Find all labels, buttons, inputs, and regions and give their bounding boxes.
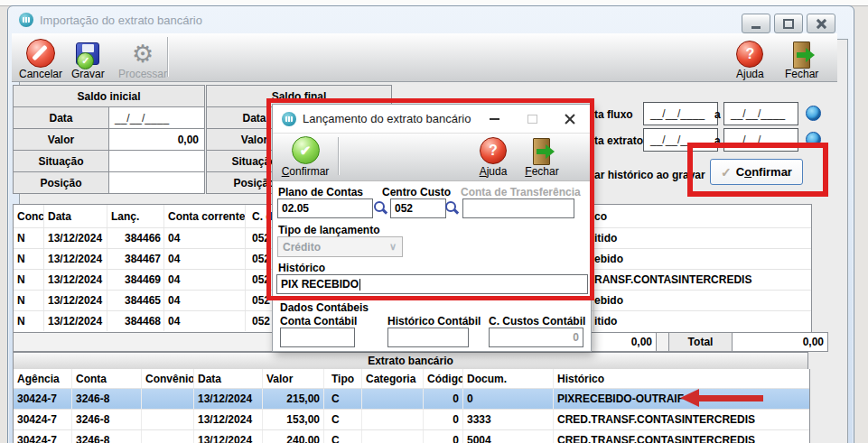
save-icon bbox=[75, 42, 100, 68]
totals-value-right: 0,00 bbox=[733, 333, 827, 351]
extrato-section-title: Extrato bancário bbox=[13, 352, 808, 370]
conta-contabil-label: Conta Contábil bbox=[280, 315, 357, 328]
fluxo-start-date-input[interactable]: __/__/____ bbox=[643, 102, 718, 125]
save-label: Gravar bbox=[71, 69, 105, 80]
toolbar-separator bbox=[167, 37, 168, 77]
col-header-historico[interactable]: Histórico bbox=[554, 369, 809, 388]
saldo-inicial-row-situacao: Situação bbox=[14, 150, 204, 171]
custos-contabil-input[interactable]: 0 bbox=[489, 328, 583, 347]
save-button[interactable]: Gravar bbox=[68, 35, 108, 82]
plano-search-icon[interactable] bbox=[374, 201, 387, 215]
confirm-button[interactable]: Confirmar bbox=[710, 159, 803, 185]
col-header-codigo[interactable]: Código bbox=[424, 369, 463, 388]
help-label: Ajuda bbox=[480, 165, 508, 178]
centro-search-icon[interactable] bbox=[445, 201, 459, 215]
maximize-button[interactable] bbox=[774, 14, 803, 33]
modal-toolbar: Confirmar Ajuda Fechar bbox=[273, 133, 591, 181]
col-header-agencia[interactable]: Agência bbox=[14, 369, 72, 388]
main-toolbar: Cancelar Gravar Processar Ajuda Fechar bbox=[12, 33, 837, 82]
tipo-lancamento-select: Crédito bbox=[277, 236, 403, 257]
field-label: Posição bbox=[14, 172, 109, 193]
col-header-lanc[interactable]: Lanç. bbox=[107, 205, 164, 227]
exit-door-icon bbox=[530, 138, 554, 164]
help-label: Ajuda bbox=[736, 69, 764, 80]
range-separator: a bbox=[714, 134, 721, 147]
data-extrato-label: ta extrato bbox=[594, 134, 643, 147]
close-icon bbox=[817, 19, 826, 29]
saldo-inicial-title: Saldo inicial bbox=[14, 86, 204, 106]
valor-field[interactable]: 0,00 bbox=[109, 129, 204, 150]
caption-buttons bbox=[742, 14, 835, 33]
modal-close-button[interactable] bbox=[558, 110, 582, 128]
main-titlebar: Importação do extrato bancário bbox=[19, 13, 202, 27]
centro-custo-input[interactable]: 052 bbox=[390, 198, 446, 218]
exit-label: Fechar bbox=[525, 165, 558, 178]
cancel-icon bbox=[26, 39, 55, 68]
extrato-table: Agência Conta Convênio Data Valor Tipo C… bbox=[13, 369, 810, 443]
saldo-inicial-row-data: Data __/__/____ bbox=[14, 106, 204, 128]
data-field[interactable]: __/__/____ bbox=[109, 107, 204, 128]
fluxo-refresh-icon[interactable] bbox=[806, 106, 821, 121]
process-button: Processar bbox=[115, 35, 171, 82]
conta-transferencia-input[interactable] bbox=[462, 198, 574, 218]
data-fluxo-label: ta fluxo bbox=[594, 108, 633, 121]
table-row[interactable]: 30424-73246-8 13/12/2024 153,00C 0 3333C… bbox=[14, 409, 809, 429]
col-header-data[interactable]: Data bbox=[44, 205, 107, 227]
col-header-convenio[interactable]: Convênio bbox=[142, 369, 194, 388]
saldo-inicial-row-posicao: Posição bbox=[14, 171, 204, 193]
minimize-icon bbox=[751, 26, 761, 29]
help-button[interactable]: Ajuda bbox=[733, 35, 768, 82]
alterar-historico-checkbox-label[interactable]: ar histórico ao gravar bbox=[594, 169, 705, 181]
modal-confirm-button[interactable]: Confirmar bbox=[277, 135, 333, 178]
table-row-selected[interactable]: 30424-73246-8 13/12/2024 215,00C 0 0PIXR… bbox=[14, 388, 809, 409]
table-row[interactable]: 30424-73246-8 13/12/2024 240,00C 0 5004C… bbox=[14, 429, 809, 443]
chevron-down-icon bbox=[389, 241, 397, 253]
lancamento-modal: Lançamento do extrato bancário Confirmar… bbox=[272, 104, 592, 352]
toolbar-separator bbox=[338, 137, 339, 175]
cancel-button[interactable]: Cancelar bbox=[15, 35, 66, 82]
help-icon bbox=[736, 41, 763, 68]
col-header-categoria[interactable]: Categoria bbox=[362, 369, 424, 388]
extrato-end-date-input[interactable]: __/__/____ bbox=[723, 128, 798, 152]
col-header-conta[interactable]: Conta bbox=[72, 369, 142, 388]
field-label: Valor bbox=[14, 129, 109, 150]
historico-input[interactable]: PIX RECEBIDO bbox=[276, 274, 588, 294]
col-header-docum[interactable]: Docum. bbox=[463, 369, 554, 388]
modal-exit-button[interactable]: Fechar bbox=[518, 135, 565, 178]
col-header-valor[interactable]: Valor bbox=[263, 369, 324, 388]
totals-label: Total bbox=[669, 333, 733, 351]
col-header-data[interactable]: Data bbox=[194, 369, 263, 388]
range-separator: a bbox=[714, 108, 721, 121]
conta-transferencia-label: Conta de Transferência bbox=[461, 186, 581, 198]
fluxo-end-date-input[interactable]: __/__/____ bbox=[723, 102, 798, 125]
minimize-icon bbox=[490, 118, 499, 120]
col-header-tipo[interactable]: Tipo bbox=[324, 369, 362, 388]
historico-contabil-label: Histórico Contábil bbox=[387, 315, 481, 328]
col-header-conc[interactable]: Conc. bbox=[14, 205, 44, 227]
plano-de-contas-input[interactable]: 02.05 bbox=[277, 198, 373, 218]
exit-label: Fechar bbox=[785, 69, 818, 80]
modal-minimize-button[interactable] bbox=[482, 110, 506, 128]
extrato-refresh-icon[interactable] bbox=[806, 132, 821, 147]
modal-maximize-button[interactable] bbox=[520, 110, 544, 128]
maximize-icon bbox=[783, 19, 794, 29]
screen: Importação do extrato bancário Cancelar … bbox=[0, 0, 868, 443]
historico-contabil-input[interactable] bbox=[387, 328, 469, 347]
exit-button[interactable]: Fechar bbox=[781, 35, 822, 82]
saldo-inicial-panel: Saldo inicial Data __/__/____ Valor 0,00… bbox=[13, 85, 205, 194]
situacao-field[interactable] bbox=[109, 151, 204, 171]
text-caret bbox=[359, 279, 360, 291]
app-icon bbox=[19, 13, 33, 27]
col-header-historico-fragment[interactable]: co bbox=[594, 205, 811, 227]
process-label: Processar bbox=[118, 69, 167, 80]
col-header-conta-corrente[interactable]: Conta corrente bbox=[164, 205, 246, 227]
extrato-start-date-input[interactable]: __/__/____ bbox=[643, 128, 718, 152]
check-icon bbox=[721, 165, 732, 180]
conta-contabil-input[interactable] bbox=[280, 328, 355, 347]
close-button[interactable] bbox=[807, 14, 835, 33]
modal-help-button[interactable]: Ajuda bbox=[473, 135, 513, 178]
modal-title: Lançamento do extrato bancário bbox=[303, 112, 471, 125]
minimize-button[interactable] bbox=[742, 14, 770, 33]
posicao-field[interactable] bbox=[109, 172, 204, 193]
extrato-header-row: Agência Conta Convênio Data Valor Tipo C… bbox=[14, 369, 809, 388]
